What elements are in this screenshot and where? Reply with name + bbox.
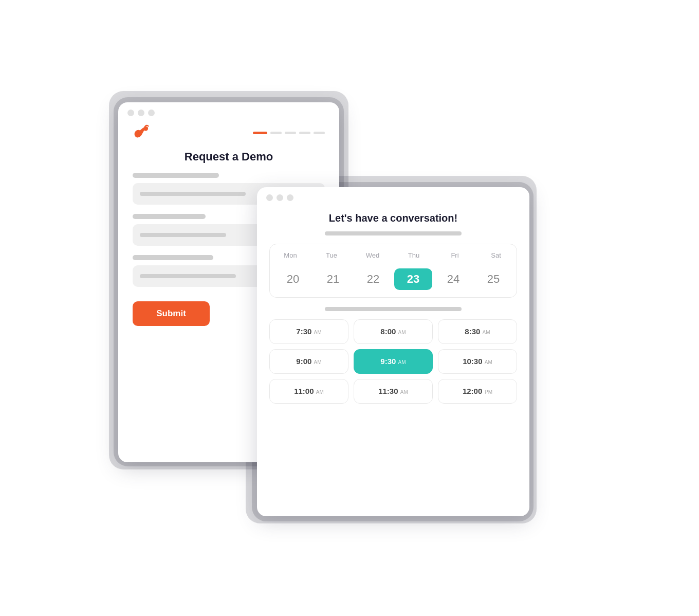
time-1130-label: 11:30	[378, 387, 398, 395]
progress-dot-4	[299, 132, 310, 134]
time-slot-800am[interactable]: 8:00 AM	[354, 319, 433, 344]
back-window-chrome	[118, 102, 339, 123]
cal-header-thu: Thu	[393, 251, 434, 259]
time-slot-1100am[interactable]: 11:00 AM	[269, 379, 348, 404]
dot-red	[127, 110, 134, 116]
front-window: Let's have a conversation! Mon Tue Wed T…	[257, 187, 529, 516]
time-930-period: AM	[397, 359, 406, 365]
cal-date-24[interactable]: 24	[434, 268, 472, 290]
time-slot-730am[interactable]: 7:30 AM	[269, 319, 348, 344]
time-800-period: AM	[397, 330, 406, 335]
progress-dot-2	[270, 132, 282, 134]
progress-dot-1	[253, 132, 267, 134]
front-dot-red	[266, 194, 273, 201]
time-830-label: 8:30	[465, 327, 480, 336]
time-1200-period: PM	[483, 389, 492, 395]
time-1100-period: AM	[315, 389, 324, 395]
time-900-label: 9:00	[296, 357, 311, 366]
progress-dots	[253, 132, 325, 134]
submit-button[interactable]: Submit	[133, 301, 210, 326]
time-1200-label: 12:00	[463, 387, 482, 395]
time-1030-period: AM	[484, 359, 492, 365]
cal-header-sat: Sat	[475, 251, 517, 259]
time-900-period: AM	[312, 359, 321, 365]
dot-yellow	[138, 110, 144, 116]
time-slot-1130am[interactable]: 11:30 AM	[354, 379, 433, 404]
cal-header-wed: Wed	[352, 251, 393, 259]
back-window-header	[118, 123, 339, 150]
front-window-title: Let's have a conversation!	[257, 208, 529, 231]
calendar-section: Mon Tue Wed Thu Fri Sat 20 21 22 23 24 2…	[257, 231, 529, 298]
skeleton-inner-2	[140, 233, 226, 237]
cal-header-fri: Fri	[434, 251, 475, 259]
progress-dot-5	[314, 132, 325, 134]
time-930-label: 9:30	[380, 357, 396, 366]
chili-icon	[133, 123, 151, 142]
time-slot-1200pm[interactable]: 12:00 PM	[438, 379, 517, 404]
calendar-grid: Mon Tue Wed Thu Fri Sat 20 21 22 23 24 2…	[269, 244, 517, 298]
chili-logo	[133, 123, 151, 142]
cal-header-mon: Mon	[270, 251, 311, 259]
time-slot-900am[interactable]: 9:00 AM	[269, 349, 348, 374]
time-slot-830am[interactable]: 8:30 AM	[438, 319, 517, 344]
time-730-label: 7:30	[296, 327, 311, 336]
time-slot-1030am[interactable]: 10:30 AM	[438, 349, 517, 374]
skeleton-label-1	[133, 173, 219, 178]
time-slot-930am[interactable]: 9:30 AM	[354, 349, 433, 374]
skeleton-inner-1	[140, 192, 246, 196]
front-window-chrome	[257, 187, 529, 208]
cal-date-23[interactable]: 23	[394, 268, 432, 290]
front-dot-green	[287, 194, 293, 201]
time-1100-label: 11:00	[294, 387, 314, 395]
cal-header-tue: Tue	[311, 251, 352, 259]
time-grid: 7:30 AM 8:00 AM 8:30 AM 9:00 AM 9:30 AM …	[269, 319, 517, 404]
back-window-title: Request a Demo	[118, 150, 339, 173]
skeleton-label-2	[133, 214, 206, 219]
time-800-label: 8:00	[380, 327, 396, 336]
time-730-period: AM	[312, 330, 321, 335]
dot-green	[148, 110, 155, 116]
calendar-skeleton-bar	[325, 231, 461, 235]
calendar-dates-row: 20 21 22 23 24 25	[270, 264, 517, 297]
cal-date-22[interactable]: 22	[354, 268, 392, 290]
scene: Request a Demo Submit Let's have a conve…	[118, 77, 581, 539]
time-skeleton-bar	[325, 307, 461, 311]
skeleton-label-3	[133, 255, 213, 260]
cal-date-25[interactable]: 25	[474, 268, 512, 290]
cal-date-21[interactable]: 21	[314, 268, 352, 290]
time-1030-label: 10:30	[463, 357, 482, 366]
progress-dot-3	[285, 132, 296, 134]
skeleton-inner-3	[140, 274, 236, 278]
time-section: 7:30 AM 8:00 AM 8:30 AM 9:00 AM 9:30 AM …	[257, 298, 529, 404]
front-dot-yellow	[277, 194, 283, 201]
time-830-period: AM	[481, 330, 490, 335]
calendar-header-row: Mon Tue Wed Thu Fri Sat	[270, 244, 517, 264]
cal-date-20[interactable]: 20	[274, 268, 312, 290]
time-1130-period: AM	[399, 389, 408, 395]
